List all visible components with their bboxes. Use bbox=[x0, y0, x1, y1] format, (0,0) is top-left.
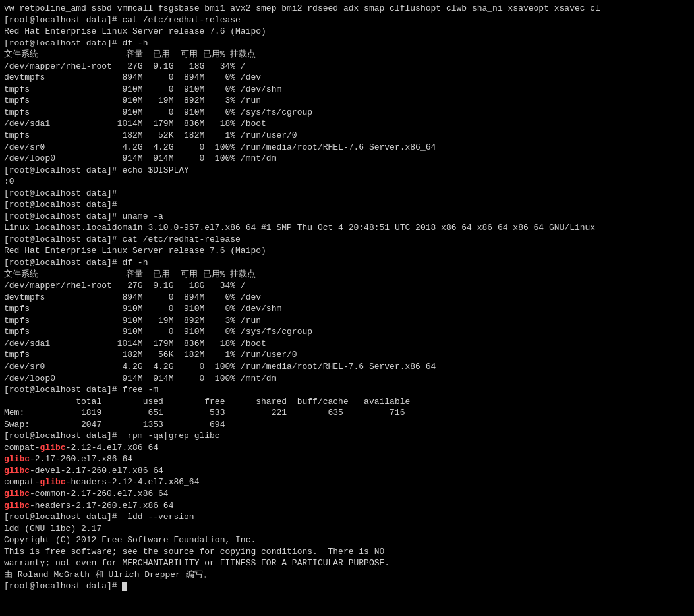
terminal-line: 文件系统 容量 已用 可用 已用% 挂载点 bbox=[4, 269, 690, 281]
terminal-cursor bbox=[122, 582, 127, 591]
terminal-line: tmpfs 182M 52K 182M 1% /run/user/0 bbox=[4, 130, 690, 142]
terminal-line: tmpfs 910M 0 910M 0% /sys/fs/cgroup bbox=[4, 326, 690, 338]
terminal-line: vw retpoline_amd ssbd vmmcall fsgsbase b… bbox=[4, 3, 690, 14]
terminal-line: devtmpfs 894M 0 894M 0% /dev bbox=[4, 72, 690, 84]
terminal-line: tmpfs 910M 0 910M 0% /dev/shm bbox=[4, 303, 690, 315]
terminal-line: Red Hat Enterprise Linux Server release … bbox=[4, 245, 690, 257]
terminal-line: Swap: 2047 1353 694 bbox=[4, 419, 690, 431]
terminal-line: [root@localhost data]# bbox=[4, 199, 690, 211]
terminal-line: [root@localhost data]# ldd --version bbox=[4, 511, 690, 523]
terminal-output: vw retpoline_amd ssbd vmmcall fsgsbase b… bbox=[4, 3, 690, 592]
terminal-line: [root@localhost data]# df -h bbox=[4, 38, 690, 49]
terminal-line: glibc-devel-2.17-260.el7.x86_64 bbox=[4, 465, 690, 477]
terminal-line: ldd (GNU libc) 2.17 bbox=[4, 523, 690, 535]
terminal-line: /dev/sda1 1014M 179M 836M 18% /boot bbox=[4, 118, 690, 130]
terminal-line: compat-glibc-headers-2.12-4.el7.x86_64 bbox=[4, 476, 690, 488]
terminal-line: tmpfs 910M 0 910M 0% /dev/shm bbox=[4, 84, 690, 96]
terminal-line: Mem: 1819 651 533 221 635 716 bbox=[4, 407, 690, 419]
terminal-line: /dev/sda1 1014M 179M 836M 18% /boot bbox=[4, 338, 690, 350]
terminal-line: compat-glibc-2.12-4.el7.x86_64 bbox=[4, 442, 690, 454]
terminal-line: [root@localhost data]# bbox=[4, 580, 690, 592]
terminal-line: Copyright (C) 2012 Free Software Foundat… bbox=[4, 534, 690, 546]
terminal-line: devtmpfs 894M 0 894M 0% /dev bbox=[4, 292, 690, 304]
terminal-line: Linux localhost.localdomain 3.10.0-957.e… bbox=[4, 222, 690, 234]
terminal-line: This is free software; see the source fo… bbox=[4, 546, 690, 558]
terminal-line: [root@localhost data]# uname -a bbox=[4, 211, 690, 223]
terminal-line: [root@localhost data]# df -h bbox=[4, 257, 690, 269]
terminal-line: glibc-headers-2.17-260.el7.x86_64 bbox=[4, 500, 690, 512]
terminal-line: /dev/loop0 914M 914M 0 100% /mnt/dm bbox=[4, 153, 690, 165]
terminal-line: :0 bbox=[4, 176, 690, 188]
terminal-line: tmpfs 910M 19M 892M 3% /run bbox=[4, 315, 690, 327]
terminal-line: /dev/sr0 4.2G 4.2G 0 100% /run/media/roo… bbox=[4, 361, 690, 373]
terminal-line: /dev/mapper/rhel-root 27G 9.1G 18G 34% / bbox=[4, 61, 690, 72]
terminal-line: 文件系统 容量 已用 可用 已用% 挂载点 bbox=[4, 49, 690, 61]
terminal-line: tmpfs 910M 19M 892M 3% /run bbox=[4, 95, 690, 107]
terminal-line: tmpfs 182M 56K 182M 1% /run/user/0 bbox=[4, 349, 690, 361]
terminal-line: /dev/sr0 4.2G 4.2G 0 100% /run/media/roo… bbox=[4, 142, 690, 154]
terminal-line: [root@localhost data]# bbox=[4, 188, 690, 200]
terminal-line: [root@localhost data]# free -m bbox=[4, 384, 690, 396]
terminal-line: total used free shared buff/cache availa… bbox=[4, 396, 690, 408]
terminal-line: [root@localhost data]# cat /etc/redhat-r… bbox=[4, 234, 690, 246]
terminal-line: tmpfs 910M 0 910M 0% /sys/fs/cgroup bbox=[4, 107, 690, 119]
terminal-line: glibc-2.17-260.el7.x86_64 bbox=[4, 453, 690, 465]
terminal-line: 由 Roland McGrath 和 Ulrich Drepper 编写。 bbox=[4, 569, 690, 581]
terminal-line: /dev/mapper/rhel-root 27G 9.1G 18G 34% / bbox=[4, 280, 690, 292]
terminal-line: warranty; not even for MERCHANTABILITY o… bbox=[4, 557, 690, 569]
terminal-line: /dev/loop0 914M 914M 0 100% /mnt/dm bbox=[4, 373, 690, 385]
terminal-line: [root@localhost data]# cat /etc/redhat-r… bbox=[4, 14, 690, 26]
terminal-line: [root@localhost data]# echo $DISPLAY bbox=[4, 165, 690, 177]
terminal-line: Red Hat Enterprise Linux Server release … bbox=[4, 26, 690, 38]
terminal-line: [root@localhost data]# rpm -qa|grep glib… bbox=[4, 430, 690, 442]
terminal-line: glibc-common-2.17-260.el7.x86_64 bbox=[4, 488, 690, 500]
